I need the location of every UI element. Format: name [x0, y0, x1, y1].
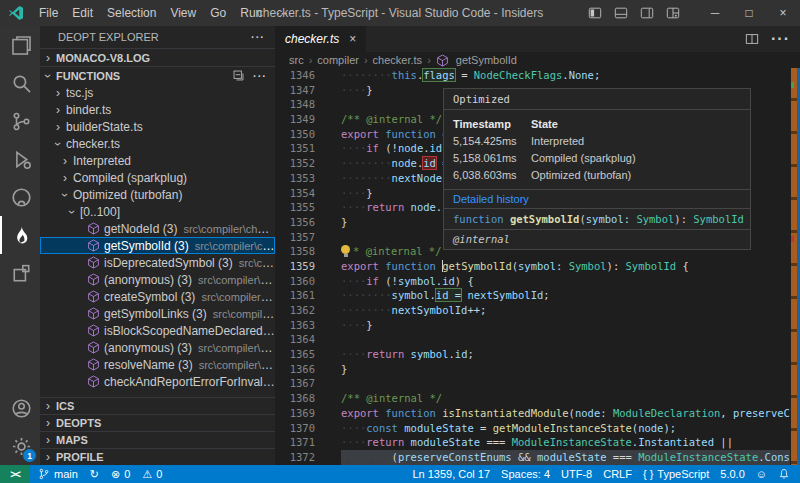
code-token: ===: [607, 451, 639, 463]
pane-maps[interactable]: ›MAPS: [40, 431, 275, 448]
code-line[interactable]: 1361········symbol.id = nextSymbolId;: [275, 288, 790, 303]
github-icon[interactable]: [0, 178, 40, 216]
tree-item[interactable]: (anonymous) (3)src\compiler\checker.ts: [40, 271, 275, 288]
remote-indicator[interactable]: ><: [0, 465, 30, 483]
sidebar-deopt-explorer: DEOPT EXPLORER ··· › MONACO-V8.LOG › FUN…: [40, 26, 275, 465]
status-sync[interactable]: ↻: [90, 468, 99, 481]
code-line[interactable]: 1346········this.flags = NodeCheckFlags.…: [275, 68, 790, 83]
status-spaces-4[interactable]: Spaces: 4: [501, 468, 550, 480]
tree-item[interactable]: ›Compiled (sparkplug): [40, 169, 275, 186]
status-5-0-0[interactable]: 5.0.0: [720, 468, 744, 480]
menu-edit[interactable]: Edit: [65, 0, 100, 26]
tree-item[interactable]: ›Optimized (turbofan): [40, 186, 275, 203]
menu-go[interactable]: Go: [203, 0, 233, 26]
chevron-right-icon: ›: [57, 154, 73, 168]
code-line[interactable]: 1362········nextSymbolId++;: [275, 303, 790, 318]
code-line[interactable]: 1371····return moduleState === ModuleIns…: [275, 435, 790, 450]
sidebar-more-actions-icon[interactable]: ···: [251, 31, 265, 43]
code-line[interactable]: 1365····return symbol.id;: [275, 347, 790, 362]
tree-item[interactable]: isDeprecatedSymbol (3)src\compiler\check…: [40, 254, 275, 271]
code-line[interactable]: 1368/** @internal */: [275, 391, 790, 406]
status-error[interactable]: ⊗0: [111, 468, 130, 481]
status-git-branch[interactable]: main: [38, 468, 78, 480]
tree-item[interactable]: resolveName (3)src\compiler\checker.ts: [40, 356, 275, 373]
split-editor-icon[interactable]: [745, 32, 759, 46]
status-crlf[interactable]: CRLF: [603, 468, 632, 480]
status-feedback[interactable]: ☺: [756, 468, 767, 480]
code-token: * @internal */: [353, 245, 442, 257]
pane-more-actions-icon[interactable]: ···: [253, 70, 267, 82]
tree-item[interactable]: ›tsc.js: [40, 84, 275, 101]
editor-more-actions-icon[interactable]: ···: [771, 30, 790, 48]
tree-item[interactable]: ›binder.ts: [40, 101, 275, 118]
toggle-panel-icon[interactable]: [614, 6, 628, 20]
tree-item[interactable]: isBlockScopedNameDeclaredBefore... (3): [40, 322, 275, 339]
chevron-right-icon: ›: [50, 86, 66, 100]
pane-deopts[interactable]: ›DEOPTS: [40, 414, 275, 431]
code-token: ········: [341, 172, 392, 184]
search-icon[interactable]: [0, 64, 40, 102]
toggle-primary-sidebar-icon[interactable]: [588, 6, 602, 20]
status-utf-8[interactable]: UTF-8: [561, 468, 592, 480]
settings-gear-icon[interactable]: 1: [0, 427, 40, 465]
code-token: function: [385, 260, 442, 272]
tree-item[interactable]: checkAndReportErrorForInvalidInit...: [40, 373, 275, 390]
toggle-secondary-sidebar-icon[interactable]: [640, 6, 654, 20]
collapse-all-icon[interactable]: [232, 69, 245, 82]
line-number: 1350: [275, 127, 315, 142]
maximize-button[interactable]: □: [732, 0, 766, 26]
source-control-icon[interactable]: [0, 102, 40, 140]
code-line[interactable]: 1367: [275, 376, 790, 391]
menu-selection[interactable]: Selection: [100, 0, 163, 26]
status-braces[interactable]: { }TypeScript: [643, 468, 709, 480]
code-token: node: [638, 422, 663, 434]
breadcrumb-item[interactable]: getSymbolId: [436, 54, 517, 67]
tree-item[interactable]: getSymbolId (3)src\compiler\checker.ts: [40, 237, 275, 254]
line-number: 1371: [275, 435, 315, 450]
close-tab-icon[interactable]: ×: [349, 32, 356, 46]
code-line[interactable]: 1360····if (!symbol.id) {: [275, 274, 790, 289]
tree-item[interactable]: ›Interpreted: [40, 152, 275, 169]
code-line[interactable]: 1364: [275, 332, 790, 347]
code-token: export: [341, 407, 385, 419]
breadcrumb-item[interactable]: compiler: [317, 54, 359, 66]
status-warning[interactable]: ⚠0: [142, 468, 162, 481]
windows-layout-icon[interactable]: [0, 254, 40, 292]
accounts-icon[interactable]: [0, 389, 40, 427]
code-line[interactable]: 1369export function isInstantiatedModule…: [275, 406, 790, 421]
tree-item[interactable]: ›builderState.ts: [40, 118, 275, 135]
deopt-explorer-flame-icon[interactable]: [0, 216, 40, 254]
line-number: 1360: [275, 274, 315, 289]
code-line[interactable]: 1363····}: [275, 318, 790, 333]
tab-checker-ts[interactable]: checker.ts ×: [275, 26, 366, 52]
code-line[interactable]: 1372········(preserveConstEnums && modul…: [275, 450, 790, 465]
pane-functions[interactable]: › FUNCTIONS ···: [40, 66, 275, 84]
status-ln-1359-col-17[interactable]: Ln 1359, Col 17: [412, 468, 490, 480]
code-line[interactable]: 1370····const moduleState = getModuleIns…: [275, 421, 790, 436]
tree-item[interactable]: getSymbolLinks (3)src\compiler\checker.t…: [40, 305, 275, 322]
run-and-debug-icon[interactable]: [0, 140, 40, 178]
customize-layout-icon[interactable]: [666, 6, 680, 20]
detailed-history-link[interactable]: Detailed history: [444, 190, 750, 209]
pane-profile[interactable]: ›PROFILE: [40, 448, 275, 465]
menu-view[interactable]: View: [163, 0, 203, 26]
tree-item[interactable]: (anonymous) (3)src\compiler\checker.ts: [40, 339, 275, 356]
tree-item[interactable]: createSymbol (3)src\compiler\checker.ts: [40, 288, 275, 305]
tree-item[interactable]: ›[0..100]: [40, 203, 275, 220]
pane-monaco-v8-log[interactable]: › MONACO-V8.LOG: [40, 48, 275, 66]
breadcrumb-item[interactable]: checker.ts: [373, 54, 423, 66]
close-button[interactable]: ×: [766, 0, 800, 26]
code-token: ········: [341, 289, 392, 301]
tree-item[interactable]: getNodeId (3)src\compiler\checker.ts: [40, 220, 275, 237]
minimize-button[interactable]: ─: [698, 0, 732, 26]
code-token: function: [385, 407, 442, 419]
code-line[interactable]: 1359export function getSymbolId(symbol: …: [275, 259, 790, 274]
explorer-icon[interactable]: [0, 26, 40, 64]
menu-file[interactable]: File: [32, 0, 65, 26]
status-bell[interactable]: [778, 468, 790, 480]
code-line[interactable]: 1366}: [275, 362, 790, 377]
signature-token: SymbolId: [693, 213, 744, 225]
pane-ics[interactable]: ›ICS: [40, 397, 275, 414]
breadcrumb-item[interactable]: src: [289, 54, 304, 66]
tree-item[interactable]: ›checker.ts: [40, 135, 275, 152]
